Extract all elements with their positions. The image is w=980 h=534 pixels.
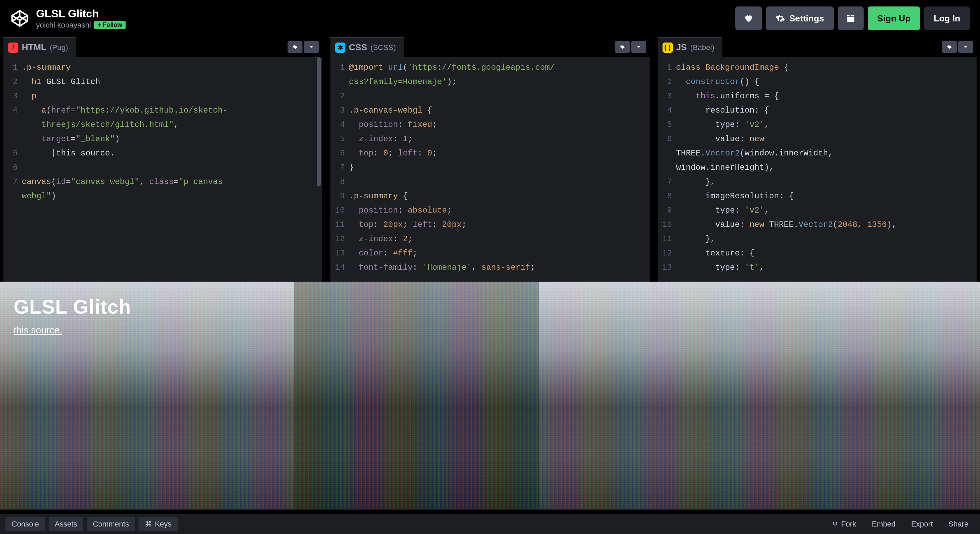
js-tab-row: ( ) JS (Babel) [658, 37, 977, 57]
command-icon: ⌘ [145, 520, 152, 529]
svg-rect-5 [847, 17, 854, 22]
settings-button[interactable]: Settings [766, 6, 834, 30]
js-flavor-label: (Babel) [690, 43, 714, 52]
console-button[interactable]: Console [5, 517, 45, 531]
footer-left: Console Assets Comments ⌘ Keys [5, 517, 178, 531]
js-expand-button[interactable] [958, 41, 973, 53]
css-gutter: 1 234567891011121314 [331, 60, 349, 278]
signup-label: Sign Up [877, 13, 911, 24]
share-button[interactable]: Share [942, 517, 975, 531]
css-flavor-label: (SCSS) [371, 43, 396, 52]
footer: Console Assets Comments ⌘ Keys Fork Embe… [0, 514, 980, 534]
html-tab[interactable]: / HTML (Pug) [3, 37, 76, 57]
footer-right: Fork Embed Export Share [826, 517, 975, 531]
login-label: Log In [934, 13, 960, 24]
like-button[interactable] [735, 6, 762, 30]
svg-rect-3 [847, 15, 850, 17]
preview-title: GLSL Glitch [14, 295, 131, 318]
header-left: GLSL Glitch yoichi kobayashi + Follow [10, 8, 126, 30]
heart-icon [743, 13, 754, 24]
fork-label: Fork [841, 520, 856, 529]
plus-icon: + [98, 21, 102, 29]
html-scrollbar[interactable] [315, 57, 322, 281]
html-tab-row: / HTML (Pug) [3, 37, 322, 57]
chevron-down-icon [636, 44, 642, 50]
gear-icon [946, 44, 953, 50]
svg-point-10 [836, 522, 837, 523]
svg-point-9 [833, 522, 834, 523]
editors-row: / HTML (Pug) 1234 567 .p-summary h1 GLSL… [0, 37, 980, 281]
css-lang-label: CSS [349, 42, 367, 53]
html-editor-actions [288, 41, 322, 53]
keys-button[interactable]: ⌘ Keys [138, 517, 178, 531]
css-editor: ✱ CSS (SCSS) 1 234567891011121314 @impor… [331, 37, 649, 281]
html-flavor-label: (Pug) [50, 43, 68, 52]
login-button[interactable]: Log In [924, 6, 970, 30]
css-tab-row: ✱ CSS (SCSS) [331, 37, 649, 57]
js-code-area[interactable]: 123456 78910111213 class BackgroundImage… [658, 57, 977, 281]
layout-icon [846, 14, 856, 23]
view-button[interactable] [838, 6, 864, 30]
follow-button[interactable]: + Follow [94, 21, 126, 29]
assets-label: Assets [55, 520, 77, 529]
console-label: Console [11, 520, 39, 529]
header-right: Settings Sign Up Log In [735, 6, 970, 30]
js-code[interactable]: class BackgroundImage { constructor() { … [676, 60, 977, 278]
chevron-down-icon [308, 44, 314, 50]
gear-icon [292, 44, 298, 50]
html-settings-button[interactable] [288, 41, 302, 53]
gear-icon [775, 14, 785, 23]
author-row: yoichi kobayashi + Follow [36, 21, 126, 30]
html-code-area[interactable]: 1234 567 .p-summary h1 GLSL Glitch p a(h… [3, 57, 322, 281]
css-settings-button[interactable] [615, 41, 630, 53]
html-editor: / HTML (Pug) 1234 567 .p-summary h1 GLSL… [3, 37, 322, 281]
share-label: Share [948, 520, 969, 529]
js-lang-label: JS [676, 42, 687, 53]
chevron-down-icon [963, 44, 969, 50]
html-lang-icon: / [8, 43, 18, 53]
settings-label: Settings [789, 13, 824, 24]
embed-button[interactable]: Embed [865, 517, 902, 531]
css-tab[interactable]: ✱ CSS (SCSS) [331, 37, 404, 57]
html-expand-button[interactable] [304, 41, 319, 53]
comments-button[interactable]: Comments [87, 517, 135, 531]
signup-button[interactable]: Sign Up [868, 6, 920, 30]
css-editor-actions [615, 41, 649, 53]
html-code[interactable]: .p-summary h1 GLSL Glitch p a(href="http… [22, 60, 322, 278]
export-button[interactable]: Export [905, 517, 939, 531]
html-lang-label: HTML [22, 42, 46, 53]
preview-summary: GLSL Glitch this source. [14, 295, 131, 336]
pen-title[interactable]: GLSL Glitch [36, 8, 126, 20]
preview-noise-layer [0, 281, 980, 510]
js-editor: ( ) JS (Babel) 123456 78910111213 class … [658, 37, 977, 281]
keys-label: Keys [155, 520, 172, 529]
css-lang-icon: ✱ [335, 43, 345, 53]
assets-button[interactable]: Assets [49, 517, 83, 531]
gear-icon [619, 44, 625, 50]
export-label: Export [911, 520, 933, 529]
js-settings-button[interactable] [942, 41, 957, 53]
embed-label: Embed [872, 520, 896, 529]
css-code[interactable]: @import url('https://fonts.googleapis.co… [349, 60, 649, 278]
js-editor-actions [942, 41, 977, 53]
html-gutter: 1234 567 [3, 60, 22, 278]
css-expand-button[interactable] [631, 41, 646, 53]
header: GLSL Glitch yoichi kobayashi + Follow Se… [0, 0, 980, 37]
codepen-logo-icon[interactable] [10, 9, 29, 28]
fork-button[interactable]: Fork [826, 517, 862, 531]
title-block: GLSL Glitch yoichi kobayashi + Follow [36, 8, 126, 30]
comments-label: Comments [93, 520, 129, 529]
preview-pane: GLSL Glitch this source. [0, 281, 980, 510]
preview-source-link[interactable]: this source. [14, 325, 62, 336]
svg-point-11 [834, 525, 835, 526]
css-code-area[interactable]: 1 234567891011121314 @import url('https:… [331, 57, 649, 281]
scrollbar-thumb[interactable] [317, 57, 321, 186]
js-tab[interactable]: ( ) JS (Babel) [658, 37, 723, 57]
follow-label: Follow [103, 21, 122, 29]
js-gutter: 123456 78910111213 [658, 60, 676, 278]
author-name[interactable]: yoichi kobayashi [36, 21, 91, 30]
fork-icon [832, 521, 838, 528]
js-lang-icon: ( ) [662, 43, 673, 53]
svg-rect-4 [851, 15, 854, 17]
